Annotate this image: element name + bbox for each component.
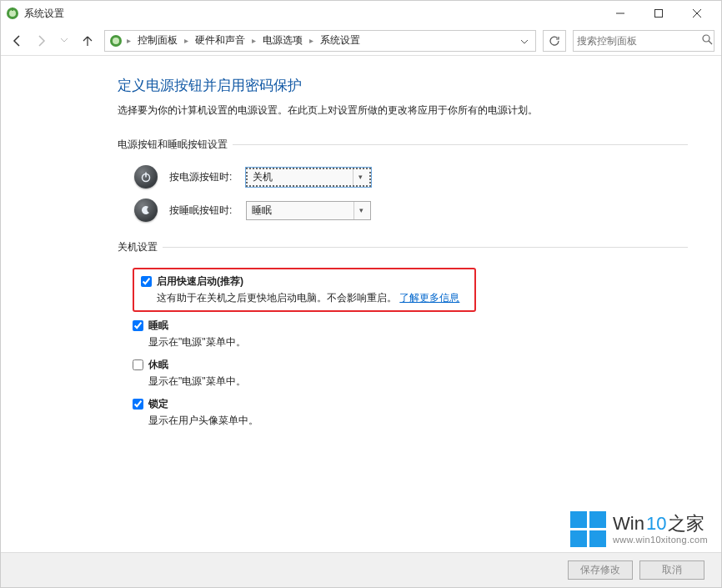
- svg-rect-9: [145, 173, 147, 178]
- nav-bar: ▸ 控制面板 ▸ 硬件和声音 ▸ 电源选项 ▸ 系统设置: [1, 26, 721, 56]
- back-button[interactable]: [8, 31, 28, 51]
- page-title: 定义电源按钮并启用密码保护: [118, 76, 688, 95]
- fast-startup-desc: 这有助于在关机之后更快地启动电脑。不会影响重启。: [157, 292, 397, 304]
- windows-logo-icon: [570, 511, 606, 547]
- hibernate-checkbox[interactable]: [133, 359, 143, 370]
- chevron-down-icon: ▾: [353, 202, 369, 219]
- lock-checkbox[interactable]: [133, 399, 143, 410]
- bottom-bar: 保存修改 取消: [1, 552, 721, 587]
- address-icon: [108, 33, 123, 48]
- refresh-button[interactable]: [543, 30, 566, 52]
- svg-point-7: [703, 35, 709, 42]
- fast-startup-label: 启用快速启动(推荐): [157, 274, 243, 289]
- watermark-url: www.win10xitong.com: [613, 535, 708, 545]
- recent-dropdown[interactable]: [54, 31, 74, 51]
- minimize-button[interactable]: [601, 1, 639, 26]
- svg-rect-2: [12, 8, 13, 11]
- breadcrumb-item[interactable]: 硬件和声音: [192, 33, 248, 48]
- chevron-right-icon[interactable]: ▸: [125, 36, 133, 45]
- power-button-row: 按电源按钮时: 关机 ▾: [118, 165, 688, 188]
- sleep-option-desc: 显示在"电源"菜单中。: [148, 335, 688, 349]
- page-description: 选择要为你的计算机设置的电源设置。在此页上对设置所做的更改将应用于你所有的电源计…: [118, 103, 688, 118]
- address-bar[interactable]: ▸ 控制面板 ▸ 硬件和声音 ▸ 电源选项 ▸ 系统设置: [104, 30, 536, 52]
- sleep-option-label: 睡眠: [148, 319, 168, 333]
- power-button-select[interactable]: 关机 ▾: [246, 168, 371, 187]
- close-button[interactable]: [678, 1, 716, 26]
- chevron-down-icon: ▾: [353, 169, 368, 185]
- hibernate-option-label: 休眠: [148, 358, 168, 372]
- sleep-button-row: 按睡眠按钮时: 睡眠 ▾: [118, 199, 688, 222]
- hibernate-option-desc: 显示在"电源"菜单中。: [148, 374, 688, 389]
- lock-option-label: 锁定: [148, 397, 168, 411]
- fast-startup-checkbox[interactable]: [141, 276, 152, 287]
- learn-more-link[interactable]: 了解更多信息: [399, 292, 459, 304]
- svg-point-1: [9, 10, 16, 17]
- power-button-label: 按电源按钮时:: [169, 170, 246, 184]
- cancel-button[interactable]: 取消: [639, 560, 704, 580]
- content-area: 定义电源按钮并启用密码保护 选择要为你的计算机设置的电源设置。在此页上对设置所做…: [1, 56, 721, 428]
- search-input[interactable]: [577, 35, 702, 47]
- breadcrumb-item[interactable]: 电源选项: [259, 33, 306, 48]
- breadcrumb-item[interactable]: 控制面板: [134, 33, 181, 48]
- sleep-icon: [134, 199, 158, 222]
- address-dropdown[interactable]: [517, 35, 532, 47]
- search-box[interactable]: [573, 30, 714, 52]
- maximize-button[interactable]: [639, 1, 678, 26]
- sleep-button-select[interactable]: 睡眠 ▾: [246, 201, 371, 220]
- section-heading-shutdown: 关机设置: [118, 240, 688, 254]
- fast-startup-highlight: 启用快速启动(推荐) 这有助于在关机之后更快地启动电脑。不会影响重启。 了解更多…: [133, 268, 476, 312]
- chevron-right-icon[interactable]: ▸: [308, 36, 315, 45]
- svg-rect-3: [616, 13, 624, 14]
- search-icon[interactable]: [702, 34, 713, 48]
- breadcrumb-item[interactable]: 系统设置: [317, 33, 364, 48]
- chevron-right-icon[interactable]: ▸: [183, 36, 190, 45]
- sleep-button-label: 按睡眠按钮时:: [169, 204, 246, 218]
- forward-button[interactable]: [31, 31, 51, 51]
- power-icon: [134, 165, 158, 188]
- app-icon: [6, 7, 19, 20]
- svg-rect-4: [655, 10, 663, 18]
- chevron-right-icon[interactable]: ▸: [250, 36, 258, 45]
- svg-point-6: [113, 38, 119, 44]
- lock-option-desc: 显示在用户头像菜单中。: [148, 414, 688, 428]
- window-title: 系统设置: [24, 7, 64, 21]
- watermark: Win10之家 www.win10xitong.com: [570, 511, 708, 547]
- up-button[interactable]: [78, 31, 98, 51]
- sleep-checkbox[interactable]: [133, 320, 143, 331]
- title-bar: 系统设置: [1, 1, 721, 26]
- watermark-brand: Win10之家: [613, 513, 708, 535]
- section-heading-buttons: 电源按钮和睡眠按钮设置: [118, 138, 688, 152]
- save-button[interactable]: 保存修改: [568, 560, 633, 580]
